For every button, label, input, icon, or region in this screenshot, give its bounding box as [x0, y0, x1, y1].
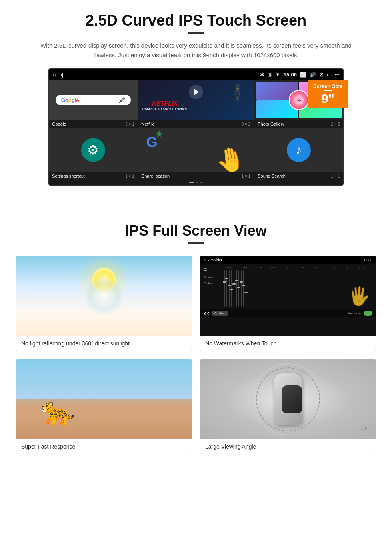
g-maps-icon: G — [146, 134, 158, 151]
mic-icon[interactable]: 🎤 — [118, 97, 125, 103]
section2-underline — [188, 242, 204, 244]
feature-card-no-light: No light reflecting under 360° direct su… — [16, 256, 192, 351]
volume-icon: 🔊 — [310, 72, 316, 78]
eq-freq-labels: 60hz 100hz 200hz 500hz 1k 2.5k 10k 12.5k… — [224, 266, 372, 269]
sky-bg — [16, 359, 192, 399]
amp-status-bar: ⌂ Amplifier 17:33 — [200, 256, 376, 264]
eq-bar-6 — [236, 270, 237, 307]
location-icon: ◎ — [268, 72, 272, 78]
eq-bar-9 — [243, 270, 244, 307]
no-watermarks-label: No Watermarks When Touch — [200, 336, 376, 351]
usb-icon: ψ — [61, 72, 64, 78]
music-note-icon: ♪ — [296, 143, 302, 157]
label-row-top: Google 3 × 1 Netflix 3 × 2 Photo Gallery… — [49, 120, 343, 128]
share-size: 1 × 1 — [242, 174, 251, 178]
screen-size-badge: Screen Size 9" — [308, 80, 348, 108]
eq-area: 60hz 100hz 200hz 500hz 1k 2.5k 10k 12.5k… — [224, 266, 372, 307]
freq-10k: 10k — [315, 266, 328, 269]
freq-2k5: 2.5k — [300, 266, 313, 269]
sound-icon-wrap: ♪ — [287, 138, 311, 162]
eq-bar-4 — [231, 270, 232, 307]
sky-image — [16, 256, 192, 336]
amp-balance-row: ≡ — [204, 266, 222, 273]
google-logo: Google — [61, 97, 79, 103]
status-right: ✱ ◎ ▼ 15:06 ⬜ 🔊 ⊠ ▭ ↩ — [260, 72, 339, 78]
window-icon: ▭ — [327, 72, 332, 78]
bluetooth-icon: ✱ — [260, 72, 264, 78]
eq-bar-5 — [234, 270, 234, 307]
status-left: ⌂ ψ — [53, 72, 64, 78]
eq-thumb-1 — [223, 281, 226, 283]
sound-label-cell: Sound Search 1 × 1 — [254, 172, 343, 180]
section1-title: 2.5D Curved IPS Touch Screen — [24, 12, 368, 29]
amp-time: 17:33 — [363, 258, 372, 262]
google-size: 3 × 1 — [125, 122, 134, 126]
screen-mockup: Screen Size 9" ⌂ ψ ✱ ◎ ▼ 15:06 ⬜ 🔊 ⊠ — [48, 68, 344, 186]
eq-bars-container: 🖐 — [224, 270, 372, 307]
feature-grid: No light reflecting under 360° direct su… — [16, 256, 376, 454]
dot-active — [189, 182, 194, 183]
freq-500: 500hz — [270, 266, 283, 269]
share-location-cell[interactable]: G 🤚 — [138, 128, 254, 172]
freq-12k5: 12.5k — [330, 266, 343, 269]
amplifier-image: ⌂ Amplifier 17:33 ≡ Balance Fader 60hz — [200, 256, 376, 336]
camera-icon: ⬜ — [300, 72, 306, 78]
google-search-bar[interactable]: Google 🎤 — [56, 95, 131, 105]
google-label: Google — [52, 122, 66, 126]
no-light-label: No light reflecting under 360° direct su… — [16, 336, 192, 351]
eq-thumb-10 — [244, 292, 248, 293]
prev-icon: ❮❮ — [204, 311, 210, 315]
amp-hand-icon: 🖐 — [348, 285, 370, 307]
freq-200: 200hz — [255, 266, 268, 269]
car-top-view — [270, 369, 306, 429]
status-bar: ⌂ ψ ✱ ◎ ▼ 15:06 ⬜ 🔊 ⊠ ▭ ↩ — [49, 69, 343, 80]
section-divider — [0, 206, 392, 206]
eq-sliders-icon: ≡ — [204, 266, 207, 273]
google-label-cell: Google 3 × 1 — [49, 120, 138, 128]
netflix-label-cell: Netflix 3 × 2 — [138, 120, 254, 128]
amp-sidebar: ≡ Balance Fader — [204, 266, 222, 307]
eq-bar-2 — [226, 270, 227, 307]
amp-footer: ❮❮ Custom loudness — [200, 309, 376, 317]
eq-thumb-9 — [242, 285, 245, 286]
section2-title: IPS Full Screen View — [16, 222, 376, 239]
section-ips: IPS Full Screen View No light reflecting… — [0, 218, 392, 466]
play-button[interactable] — [189, 85, 203, 99]
eq-thumb-5 — [232, 283, 236, 285]
share-label: Share location — [142, 174, 170, 178]
settings-size: 1 × 1 — [125, 174, 134, 178]
section-curved-screen: 2.5D Curved IPS Touch Screen With 2.5D c… — [0, 0, 392, 194]
eq-bar-7 — [238, 270, 239, 307]
netflix-app-cell[interactable]: NETFLIX Continue Marvel's Daredevil 🕴 — [138, 80, 254, 120]
wifi-icon: ▼ — [275, 72, 280, 78]
dot-2 — [196, 182, 198, 183]
dot-indicator — [49, 180, 343, 185]
google-app-cell[interactable]: Google 🎤 — [49, 80, 138, 120]
label-row-bottom: Settings shortcut 1 × 1 Share location 1… — [49, 172, 343, 180]
sound-search-cell[interactable]: ♪ — [254, 128, 343, 172]
eq-bar-3 — [229, 270, 230, 307]
section1-desc: With 2.5D curved-display screen, this de… — [32, 41, 360, 60]
back-icon[interactable]: ↩ — [335, 72, 339, 78]
eq-thumb-6 — [235, 280, 238, 281]
freq-15k: 15k — [344, 266, 358, 269]
eq-thumb-8 — [240, 281, 243, 283]
car-roof — [282, 385, 302, 413]
settings-label-cell: Settings shortcut 1 × 1 — [49, 172, 138, 180]
badge-underline — [324, 90, 332, 91]
freq-100: 100hz — [240, 266, 254, 269]
gear-icon: ⚙ — [87, 142, 99, 158]
loudness-toggle[interactable] — [364, 311, 372, 316]
balance-label: Balance — [204, 275, 222, 279]
car-body — [274, 373, 302, 425]
badge-title: Screen Size — [313, 83, 342, 89]
hand-touch-icon: 🤚 — [214, 143, 248, 172]
play-triangle-icon — [194, 88, 199, 96]
share-label-cell: Share location 1 × 1 — [138, 172, 254, 180]
home-icon[interactable]: ⌂ — [53, 72, 56, 78]
x-icon: ⊠ — [319, 72, 324, 78]
title-underline — [188, 32, 204, 34]
settings-label: Settings shortcut — [52, 174, 85, 178]
settings-app-cell[interactable]: ⚙ — [49, 128, 138, 172]
photo-label: Photo Gallery — [258, 122, 284, 126]
